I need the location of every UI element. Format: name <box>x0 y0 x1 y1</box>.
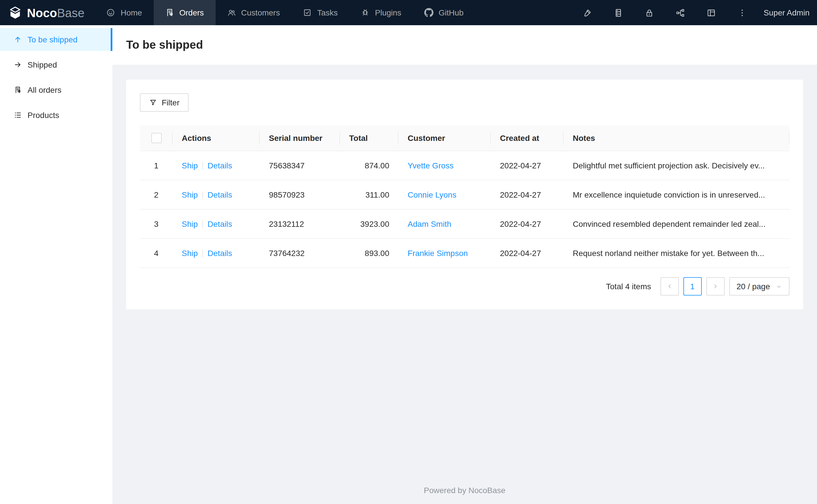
chevron-down-icon <box>776 283 782 290</box>
arrow-right-icon <box>14 61 22 69</box>
database-icon <box>614 8 624 17</box>
row-actions-cell: ShipDetails <box>172 210 260 239</box>
customer-link[interactable]: Adam Smith <box>408 220 451 229</box>
github-icon <box>424 8 433 17</box>
page-size-select[interactable]: 20 / page <box>729 277 790 296</box>
pagination: Total 4 items 1 20 / page <box>140 277 790 296</box>
serial-number-cell: 98570923 <box>260 180 340 210</box>
orders-table-card: Filter Actions Serial number Total <box>126 80 803 310</box>
row-index-cell: 1 <box>140 151 172 180</box>
ship-link[interactable]: Ship <box>182 161 198 170</box>
nav-item-home[interactable]: Home <box>95 0 154 25</box>
page-title: To be shipped <box>126 38 203 52</box>
row-actions-cell: ShipDetails <box>172 151 260 180</box>
row-index: 4 <box>154 249 158 258</box>
content-area: Filter Actions Serial number Total <box>112 65 817 504</box>
file-done-icon <box>165 8 174 17</box>
actions-divider <box>202 162 203 170</box>
sidebar-item-to-be-shipped[interactable]: To be shipped <box>0 28 112 51</box>
nav-item-label: Home <box>121 8 142 17</box>
customer-cell: Frankie Simpson <box>398 239 491 268</box>
sidebar-item-label: Shipped <box>27 60 57 69</box>
chevron-right-icon <box>712 283 719 290</box>
column-header-customer: Customer <box>398 125 491 151</box>
details-link[interactable]: Details <box>208 220 232 229</box>
robot-icon <box>361 8 370 17</box>
pagination-prev-button[interactable] <box>660 277 679 296</box>
main-area: To be shipped Filter <box>112 25 817 504</box>
customer-link[interactable]: Yvette Gross <box>408 161 453 170</box>
details-link[interactable]: Details <box>208 161 232 170</box>
column-header-actions: Actions <box>172 125 260 151</box>
sidebar-item-shipped[interactable]: Shipped <box>0 53 112 76</box>
ship-link[interactable]: Ship <box>182 220 198 229</box>
workflow-nodes-icon <box>676 8 686 17</box>
total-cell: 311.00 <box>340 180 398 210</box>
total-cell: 893.00 <box>340 239 398 268</box>
column-header-total: Total <box>340 125 398 151</box>
sidebar-item-products[interactable]: Products <box>0 104 112 127</box>
file-done-icon <box>14 86 22 94</box>
ship-link[interactable]: Ship <box>182 190 198 200</box>
workflow-button[interactable] <box>665 0 696 25</box>
notes-cell: Convinced resembled dependent remainder … <box>563 210 790 239</box>
nav-item-tasks[interactable]: Tasks <box>291 0 349 25</box>
serial-number-cell: 23132112 <box>260 210 340 239</box>
layout-template-button[interactable] <box>696 0 727 25</box>
logo-text-bold: Noco <box>27 6 57 19</box>
page-size-value: 20 / page <box>737 282 770 291</box>
filter-button[interactable]: Filter <box>140 93 188 112</box>
sidebar-item-all-orders[interactable]: All orders <box>0 78 112 101</box>
nocobase-logo[interactable]: NocoBase <box>0 0 95 25</box>
collections-button[interactable] <box>603 0 634 25</box>
customer-link[interactable]: Frankie Simpson <box>408 249 468 258</box>
row-index: 2 <box>154 190 158 200</box>
row-index-cell: 2 <box>140 180 172 210</box>
total-cell: 874.00 <box>340 151 398 180</box>
column-header-serial-number: Serial number <box>260 125 340 151</box>
row-actions-cell: ShipDetails <box>172 180 260 210</box>
select-all-checkbox[interactable] <box>151 133 161 143</box>
column-header-created-at: Created at <box>491 125 563 151</box>
customer-link[interactable]: Connie Lyons <box>408 190 456 200</box>
customer-cell: Yvette Gross <box>398 151 491 180</box>
nav-item-github[interactable]: GitHub <box>413 0 475 25</box>
nav-item-label: Customers <box>241 8 280 17</box>
check-square-icon <box>303 8 312 17</box>
app-window: NocoBase Home Orders Customers <box>0 0 817 504</box>
ship-link[interactable]: Ship <box>182 249 198 258</box>
more-vertical-icon <box>738 8 747 17</box>
layout-body: To be shipped Shipped All orders Product… <box>0 25 817 504</box>
table-header: Actions Serial number Total Customer Cre… <box>140 125 790 151</box>
row-index: 1 <box>154 161 158 170</box>
table-row: 4 ShipDetails 73764232 893.00 Frankie Si… <box>140 239 790 268</box>
pagination-next-button[interactable] <box>706 277 724 296</box>
user-menu[interactable]: Super Admin <box>758 8 817 17</box>
created-at-cell: 2022-04-27 <box>491 151 563 180</box>
permissions-button[interactable] <box>634 0 665 25</box>
nocobase-cube-logo-icon <box>8 5 22 20</box>
more-menu-button[interactable] <box>727 0 758 25</box>
nav-item-orders[interactable]: Orders <box>153 0 215 25</box>
sidebar: To be shipped Shipped All orders Product… <box>0 25 112 504</box>
column-header-notes: Notes <box>563 125 790 151</box>
highlighter-icon <box>583 8 592 17</box>
nav-item-label: Tasks <box>317 8 338 17</box>
sidebar-item-label: All orders <box>27 85 61 95</box>
sidebar-item-label: To be shipped <box>27 35 77 44</box>
nav-item-plugins[interactable]: Plugins <box>349 0 413 25</box>
layout-icon <box>707 8 716 17</box>
total-cell: 3923.00 <box>340 210 398 239</box>
filter-icon <box>149 99 157 107</box>
top-navbar: NocoBase Home Orders Customers <box>0 0 817 25</box>
team-icon <box>227 8 236 17</box>
ui-editor-button[interactable] <box>572 0 603 25</box>
page-header: To be shipped <box>112 25 817 65</box>
pagination-page-1[interactable]: 1 <box>683 277 702 296</box>
nav-item-customers[interactable]: Customers <box>215 0 291 25</box>
serial-number-cell: 75638347 <box>260 151 340 180</box>
notes-cell: Delightful met sufficient projection ask… <box>563 151 790 180</box>
details-link[interactable]: Details <box>208 190 232 200</box>
details-link[interactable]: Details <box>208 249 232 258</box>
created-at-cell: 2022-04-27 <box>491 239 563 268</box>
